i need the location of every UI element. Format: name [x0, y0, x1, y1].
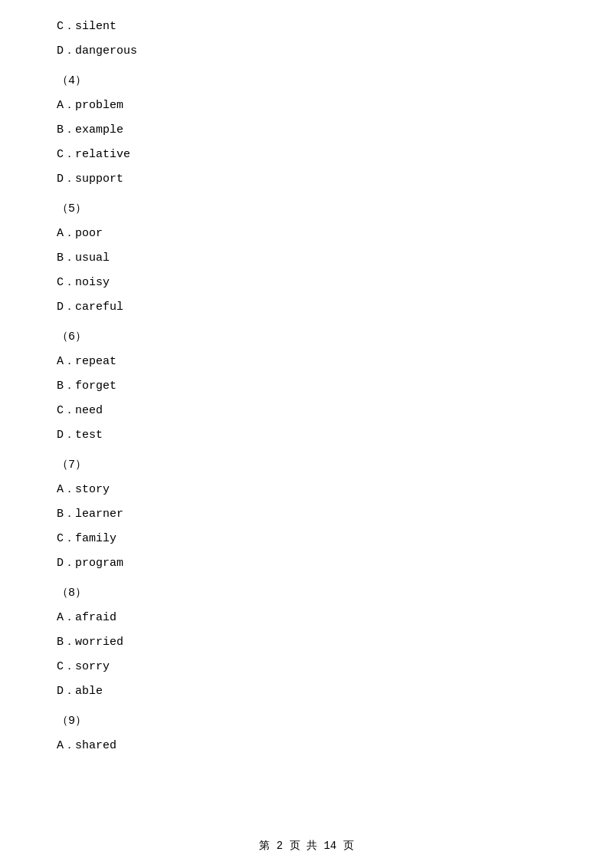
option-8d: D．able: [54, 680, 559, 703]
option-4a: A．problem: [54, 94, 559, 117]
option-4c: C．relative: [54, 143, 559, 166]
option-8a: A．afraid: [54, 607, 559, 630]
question-8-number: （8）: [54, 583, 559, 603]
question-7-number: （7）: [54, 455, 559, 475]
option-7a: A．story: [54, 478, 559, 501]
option-6b: B．forget: [54, 375, 559, 398]
page-content: C．silent D．dangerous （4） A．problem B．exa…: [0, 0, 613, 805]
option-d-dangerous: D．dangerous: [54, 40, 559, 63]
page-footer: 第 2 页 共 14 页: [0, 839, 613, 853]
option-4b: B．example: [54, 119, 559, 142]
option-5b: B．usual: [54, 247, 559, 270]
option-7c: C．family: [54, 528, 559, 551]
option-5d: D．careful: [54, 296, 559, 319]
option-8b: B．worried: [54, 631, 559, 654]
option-5a: A．poor: [54, 222, 559, 245]
question-5-number: （5）: [54, 199, 559, 219]
option-7b: B．learner: [54, 503, 559, 526]
option-7d: D．program: [54, 552, 559, 575]
option-6a: A．repeat: [54, 350, 559, 373]
option-c-silent: C．silent: [54, 15, 559, 38]
option-8c: C．sorry: [54, 656, 559, 679]
option-9a: A．shared: [54, 735, 559, 758]
option-5c: C．noisy: [54, 271, 559, 294]
option-4d: D．support: [54, 168, 559, 191]
option-6d: D．test: [54, 424, 559, 447]
question-4-number: （4）: [54, 71, 559, 91]
question-9-number: （9）: [54, 711, 559, 732]
question-6-number: （6）: [54, 327, 559, 347]
option-6c: C．need: [54, 399, 559, 422]
